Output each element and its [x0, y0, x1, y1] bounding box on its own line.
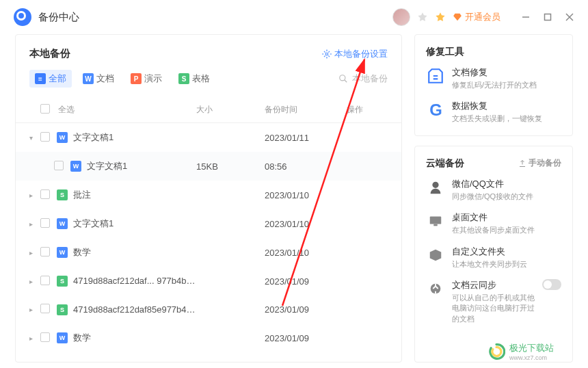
search-input[interactable]: 本地备份	[338, 73, 388, 85]
row-checkbox[interactable]	[40, 218, 50, 228]
gear-icon	[322, 49, 332, 59]
table-row[interactable]: ▾ W 文字文稿1 2023/01/11	[16, 123, 401, 152]
cloud-item-icon	[426, 246, 445, 265]
file-date: 2023/01/11	[265, 133, 347, 143]
table-row[interactable]: W 文字文稿1 15KB 08:56	[16, 152, 401, 181]
avatar[interactable]	[392, 8, 410, 26]
expand-icon[interactable]: ▸	[29, 220, 36, 228]
tool-name: 数据恢复	[452, 100, 561, 112]
tool-icon: G	[426, 100, 445, 119]
vip-link[interactable]: 开通会员	[453, 11, 500, 23]
file-date: 2023/01/09	[265, 304, 347, 315]
right-panel: 修复工具 文档修复 修复乱码/无法打开的文档G 数据恢复 文档丢失或误删，一键恢…	[414, 34, 573, 363]
cloud-backup-item[interactable]: 微信/QQ文件 同步微信/QQ接收的文件	[426, 178, 561, 202]
expand-icon[interactable]: ▸	[29, 192, 36, 199]
watermark-logo-icon	[487, 343, 505, 360]
word-file-icon: W	[70, 161, 81, 172]
local-backup-panel: 本地备份 本地备份设置 ≡全部 W文档 P演示 S表格 本地备份 全选	[15, 34, 402, 363]
sheet-file-icon: S	[57, 189, 68, 200]
file-size: 15KB	[196, 161, 265, 172]
tool-icon	[426, 66, 445, 86]
manual-backup-link[interactable]: 手动备份	[518, 157, 561, 169]
backup-settings-link[interactable]: 本地备份设置	[322, 48, 388, 60]
select-all-checkbox[interactable]	[40, 104, 50, 114]
table-row[interactable]: ▸ W 数学 2023/01/09	[16, 324, 401, 352]
cloud-backup-item[interactable]: 桌面文件 在其他设备同步桌面文件	[426, 211, 561, 235]
cloud-item-desc: 同步微信/QQ接收的文件	[452, 192, 561, 202]
word-file-icon: W	[57, 332, 68, 343]
app-logo-icon	[14, 8, 31, 26]
svg-rect-11	[433, 224, 438, 226]
table-row[interactable]: ▸ W 文字文稿1 2023/01/10	[16, 209, 401, 238]
row-checkbox[interactable]	[40, 247, 50, 257]
filter-all[interactable]: ≡全部	[29, 70, 72, 88]
filter-xls[interactable]: S表格	[173, 70, 215, 88]
file-date: 2023/01/10	[265, 190, 347, 200]
upload-icon	[518, 159, 526, 168]
file-name: 数学	[73, 246, 196, 259]
filter-bar: ≡全部 W文档 P演示 S表格 本地备份	[16, 70, 401, 97]
file-name: 4719d88acf212daf... 977b4b4d592cb - 副本	[73, 275, 196, 287]
maximize-button[interactable]	[543, 12, 552, 22]
diamond-icon	[453, 12, 462, 22]
row-checkbox[interactable]	[40, 189, 50, 199]
cloud-item-icon	[426, 178, 445, 197]
col-op: 操作	[347, 104, 388, 116]
row-checkbox[interactable]	[54, 161, 64, 170]
row-checkbox[interactable]	[40, 304, 50, 313]
svg-point-9	[432, 182, 438, 188]
expand-icon[interactable]: ▸	[29, 278, 36, 285]
sheet-file-icon: S	[57, 304, 68, 315]
watermark: 极光下载站www.xz7.com	[487, 342, 554, 361]
cloud-item-name: 文档云同步	[452, 279, 535, 291]
row-checkbox[interactable]	[40, 276, 50, 285]
sync-toggle[interactable]	[542, 279, 561, 290]
file-name: 数学	[73, 332, 196, 344]
filter-ppt[interactable]: P演示	[125, 70, 168, 88]
cloud-backup-item[interactable]: 文档云同步 可以从自己的手机或其他电脑访问这台电脑打开过的文档	[426, 279, 561, 324]
expand-icon[interactable]: ▸	[29, 249, 36, 257]
row-checkbox[interactable]	[40, 132, 50, 142]
crown-icon	[435, 12, 446, 23]
repair-tool-item[interactable]: G 数据恢复 文档丢失或误删，一键恢复	[426, 100, 561, 124]
cloud-backup-item[interactable]: 自定义文件夹 让本地文件夹同步到云	[426, 246, 561, 270]
file-name: 4719d88acf212daf85e977b4b4d592cb	[73, 304, 196, 315]
col-name[interactable]: 全选	[54, 104, 196, 116]
file-date: 2023/01/09	[265, 276, 347, 287]
search-icon	[338, 74, 348, 83]
table-header: 全选 大小 备份时间 操作	[16, 97, 401, 123]
file-name: 文字文稿1	[73, 131, 196, 144]
tool-desc: 修复乱码/无法打开的文档	[452, 80, 561, 90]
cloud-item-desc: 在其他设备同步桌面文件	[452, 225, 561, 235]
table-row[interactable]: ▸ W 数学 2023/01/10	[16, 238, 401, 267]
app-title: 备份中心	[38, 11, 79, 24]
row-checkbox[interactable]	[40, 332, 50, 342]
file-date: 2023/01/09	[265, 333, 347, 343]
svg-point-4	[325, 53, 328, 55]
svg-point-5	[340, 75, 345, 81]
vip-badge-icon	[417, 12, 428, 23]
cloud-backup-card: 云端备份 手动备份 微信/QQ文件 同步微信/QQ接收的文件 桌面文件 在其他设…	[414, 146, 573, 363]
titlebar: 备份中心 开通会员	[0, 0, 588, 34]
table-row[interactable]: ▸ S 批注 2023/01/10	[16, 181, 401, 209]
file-date: 08:56	[265, 161, 347, 172]
repair-tool-item[interactable]: 文档修复 修复乱码/无法打开的文档	[426, 66, 561, 90]
svg-rect-10	[430, 217, 442, 224]
expand-icon[interactable]: ▸	[29, 306, 36, 313]
cloud-item-icon	[426, 279, 445, 298]
minimize-button[interactable]	[521, 12, 531, 22]
expand-icon[interactable]: ▸	[29, 334, 36, 342]
tool-desc: 文档丢失或误删，一键恢复	[452, 114, 561, 124]
file-list: ▾ W 文字文稿1 2023/01/11 W 文字文稿1 15KB 08:56 …	[16, 123, 401, 352]
file-name: 批注	[73, 189, 196, 201]
table-row[interactable]: ▸ S 4719d88acf212daf85e977b4b4d592cb 202…	[16, 295, 401, 324]
table-row[interactable]: ▸ S 4719d88acf212daf... 977b4b4d592cb - …	[16, 267, 401, 295]
filter-doc[interactable]: W文档	[77, 70, 120, 88]
tool-name: 文档修复	[452, 66, 561, 79]
word-file-icon: W	[57, 247, 68, 258]
sheet-file-icon: S	[57, 276, 68, 287]
cloud-title: 云端备份	[426, 157, 464, 170]
file-name: 文字文稿1	[87, 160, 196, 172]
expand-icon[interactable]: ▾	[29, 134, 36, 142]
close-button[interactable]	[565, 12, 574, 22]
